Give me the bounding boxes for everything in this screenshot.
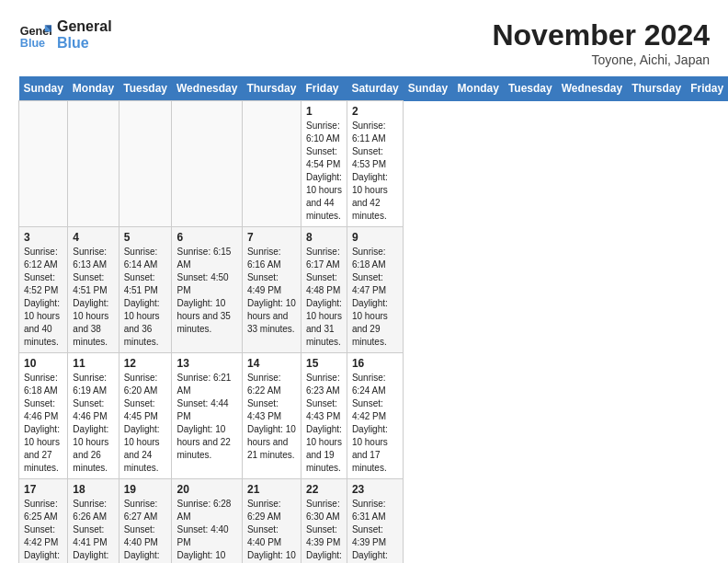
logo-general: General bbox=[57, 18, 112, 34]
calendar-cell: 12Sunrise: 6:20 AM Sunset: 4:45 PM Dayli… bbox=[119, 353, 172, 479]
day-number: 21 bbox=[247, 483, 296, 496]
day-info: Sunrise: 6:23 AM Sunset: 4:43 PM Dayligh… bbox=[306, 372, 342, 475]
day-info: Sunrise: 6:29 AM Sunset: 4:40 PM Dayligh… bbox=[247, 498, 296, 563]
day-number: 5 bbox=[124, 231, 167, 244]
calendar-week-row: 17Sunrise: 6:25 AM Sunset: 4:42 PM Dayli… bbox=[19, 479, 729, 564]
calendar-week-row: 1Sunrise: 6:10 AM Sunset: 4:54 PM Daylig… bbox=[19, 101, 729, 227]
day-info: Sunrise: 6:12 AM Sunset: 4:52 PM Dayligh… bbox=[24, 246, 63, 349]
calendar-cell bbox=[119, 101, 172, 227]
calendar-cell bbox=[242, 101, 301, 227]
day-info: Sunrise: 6:17 AM Sunset: 4:48 PM Dayligh… bbox=[306, 246, 342, 349]
day-info: Sunrise: 6:24 AM Sunset: 4:42 PM Dayligh… bbox=[352, 372, 398, 475]
day-of-week-thursday: Thursday bbox=[242, 76, 301, 101]
day-number: 9 bbox=[352, 231, 398, 244]
day-number: 13 bbox=[176, 357, 236, 370]
day-of-week-monday: Monday bbox=[453, 76, 504, 101]
day-of-week-saturday: Saturday bbox=[347, 76, 403, 101]
day-number: 18 bbox=[73, 483, 113, 496]
day-info: Sunrise: 6:31 AM Sunset: 4:39 PM Dayligh… bbox=[352, 498, 398, 563]
day-info: Sunrise: 6:28 AM Sunset: 4:40 PM Dayligh… bbox=[176, 498, 236, 563]
calendar-cell: 14Sunrise: 6:22 AM Sunset: 4:43 PM Dayli… bbox=[242, 353, 301, 479]
day-of-week-friday: Friday bbox=[301, 76, 347, 101]
calendar-cell bbox=[19, 101, 68, 227]
calendar-table: SundayMondayTuesdayWednesdayThursdayFrid… bbox=[18, 76, 728, 563]
calendar-week-row: 3Sunrise: 6:12 AM Sunset: 4:52 PM Daylig… bbox=[19, 227, 729, 353]
day-number: 3 bbox=[24, 231, 63, 244]
calendar-cell: 16Sunrise: 6:24 AM Sunset: 4:42 PM Dayli… bbox=[347, 353, 403, 479]
day-number: 19 bbox=[124, 483, 167, 496]
page-header: General Blue General Blue November 2024 … bbox=[18, 18, 710, 67]
day-of-week-wednesday: Wednesday bbox=[557, 76, 627, 101]
day-number: 4 bbox=[73, 231, 113, 244]
calendar-header-row: SundayMondayTuesdayWednesdayThursdayFrid… bbox=[19, 76, 729, 101]
day-info: Sunrise: 6:18 AM Sunset: 4:46 PM Dayligh… bbox=[24, 372, 63, 475]
day-number: 14 bbox=[247, 357, 296, 370]
day-number: 8 bbox=[306, 231, 342, 244]
day-info: Sunrise: 6:30 AM Sunset: 4:39 PM Dayligh… bbox=[306, 498, 342, 563]
location: Toyone, Aichi, Japan bbox=[492, 52, 710, 67]
logo-blue: Blue bbox=[57, 35, 112, 52]
day-number: 6 bbox=[176, 231, 236, 244]
month-title: November 2024 bbox=[492, 18, 710, 52]
day-info: Sunrise: 6:22 AM Sunset: 4:43 PM Dayligh… bbox=[247, 372, 296, 462]
day-of-week-thursday: Thursday bbox=[627, 76, 686, 101]
day-number: 10 bbox=[24, 357, 63, 370]
calendar-cell: 15Sunrise: 6:23 AM Sunset: 4:43 PM Dayli… bbox=[301, 353, 347, 479]
day-number: 15 bbox=[306, 357, 342, 370]
logo-icon: General Blue bbox=[18, 18, 51, 52]
day-info: Sunrise: 6:11 AM Sunset: 4:53 PM Dayligh… bbox=[352, 120, 398, 223]
title-block: November 2024 Toyone, Aichi, Japan bbox=[492, 18, 710, 67]
day-number: 2 bbox=[352, 105, 398, 118]
svg-text:Blue: Blue bbox=[20, 37, 45, 50]
calendar-cell: 18Sunrise: 6:26 AM Sunset: 4:41 PM Dayli… bbox=[68, 479, 119, 564]
day-number: 23 bbox=[352, 483, 398, 496]
day-number: 16 bbox=[352, 357, 398, 370]
calendar-cell: 22Sunrise: 6:30 AM Sunset: 4:39 PM Dayli… bbox=[301, 479, 347, 564]
day-of-week-tuesday: Tuesday bbox=[119, 76, 172, 101]
day-number: 17 bbox=[24, 483, 63, 496]
day-info: Sunrise: 6:18 AM Sunset: 4:47 PM Dayligh… bbox=[352, 246, 398, 349]
day-info: Sunrise: 6:13 AM Sunset: 4:51 PM Dayligh… bbox=[73, 246, 113, 349]
day-number: 7 bbox=[247, 231, 296, 244]
logo: General Blue General Blue bbox=[18, 18, 112, 52]
day-info: Sunrise: 6:10 AM Sunset: 4:54 PM Dayligh… bbox=[306, 120, 342, 223]
calendar-cell: 19Sunrise: 6:27 AM Sunset: 4:40 PM Dayli… bbox=[119, 479, 172, 564]
day-number: 12 bbox=[124, 357, 167, 370]
day-of-week-sunday: Sunday bbox=[19, 76, 68, 101]
day-info: Sunrise: 6:19 AM Sunset: 4:46 PM Dayligh… bbox=[73, 372, 113, 475]
day-info: Sunrise: 6:21 AM Sunset: 4:44 PM Dayligh… bbox=[176, 372, 236, 462]
calendar-cell: 1Sunrise: 6:10 AM Sunset: 4:54 PM Daylig… bbox=[301, 101, 347, 227]
calendar-week-row: 10Sunrise: 6:18 AM Sunset: 4:46 PM Dayli… bbox=[19, 353, 729, 479]
day-info: Sunrise: 6:15 AM Sunset: 4:50 PM Dayligh… bbox=[176, 246, 236, 336]
calendar-cell: 6Sunrise: 6:15 AM Sunset: 4:50 PM Daylig… bbox=[172, 227, 242, 353]
day-info: Sunrise: 6:26 AM Sunset: 4:41 PM Dayligh… bbox=[73, 498, 113, 563]
day-of-week-tuesday: Tuesday bbox=[504, 76, 557, 101]
day-info: Sunrise: 6:20 AM Sunset: 4:45 PM Dayligh… bbox=[124, 372, 167, 475]
day-info: Sunrise: 6:25 AM Sunset: 4:42 PM Dayligh… bbox=[24, 498, 63, 563]
day-info: Sunrise: 6:27 AM Sunset: 4:40 PM Dayligh… bbox=[124, 498, 167, 563]
calendar-cell: 7Sunrise: 6:16 AM Sunset: 4:49 PM Daylig… bbox=[242, 227, 301, 353]
calendar-cell: 21Sunrise: 6:29 AM Sunset: 4:40 PM Dayli… bbox=[242, 479, 301, 564]
calendar-cell: 17Sunrise: 6:25 AM Sunset: 4:42 PM Dayli… bbox=[19, 479, 68, 564]
day-info: Sunrise: 6:16 AM Sunset: 4:49 PM Dayligh… bbox=[247, 246, 296, 336]
calendar-cell: 13Sunrise: 6:21 AM Sunset: 4:44 PM Dayli… bbox=[172, 353, 242, 479]
calendar-cell: 23Sunrise: 6:31 AM Sunset: 4:39 PM Dayli… bbox=[347, 479, 403, 564]
calendar-cell: 3Sunrise: 6:12 AM Sunset: 4:52 PM Daylig… bbox=[19, 227, 68, 353]
calendar-cell: 10Sunrise: 6:18 AM Sunset: 4:46 PM Dayli… bbox=[19, 353, 68, 479]
calendar-cell: 9Sunrise: 6:18 AM Sunset: 4:47 PM Daylig… bbox=[347, 227, 403, 353]
calendar-cell: 4Sunrise: 6:13 AM Sunset: 4:51 PM Daylig… bbox=[68, 227, 119, 353]
day-number: 22 bbox=[306, 483, 342, 496]
calendar-cell: 8Sunrise: 6:17 AM Sunset: 4:48 PM Daylig… bbox=[301, 227, 347, 353]
calendar-cell: 11Sunrise: 6:19 AM Sunset: 4:46 PM Dayli… bbox=[68, 353, 119, 479]
calendar-cell bbox=[68, 101, 119, 227]
calendar-cell: 20Sunrise: 6:28 AM Sunset: 4:40 PM Dayli… bbox=[172, 479, 242, 564]
calendar-cell: 2Sunrise: 6:11 AM Sunset: 4:53 PM Daylig… bbox=[347, 101, 403, 227]
day-number: 20 bbox=[176, 483, 236, 496]
day-of-week-wednesday: Wednesday bbox=[172, 76, 242, 101]
day-number: 1 bbox=[306, 105, 342, 118]
day-of-week-sunday: Sunday bbox=[404, 76, 453, 101]
calendar-cell: 5Sunrise: 6:14 AM Sunset: 4:51 PM Daylig… bbox=[119, 227, 172, 353]
calendar-cell bbox=[172, 101, 242, 227]
day-of-week-monday: Monday bbox=[68, 76, 119, 101]
day-info: Sunrise: 6:14 AM Sunset: 4:51 PM Dayligh… bbox=[124, 246, 167, 349]
